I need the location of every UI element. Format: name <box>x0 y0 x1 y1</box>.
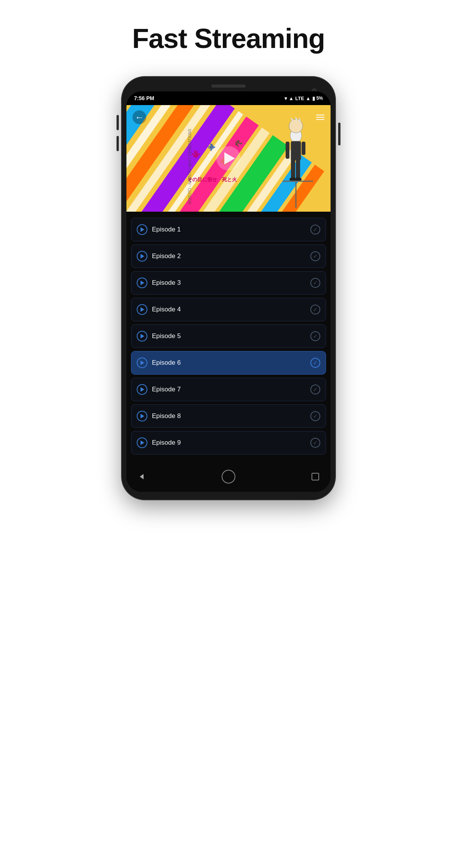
status-bar: 7:56 PM ▾ ▲ LTE ▲ ▮ 5% <box>126 91 331 105</box>
status-time: 7:56 PM <box>134 95 154 101</box>
episode-check-3: ✓ <box>310 278 320 288</box>
episode-label-5: Episode 5 <box>152 332 181 340</box>
episode-item-9[interactable]: Episode 9 ✓ <box>131 431 326 455</box>
episode-check-8: ✓ <box>310 411 320 421</box>
navigation-bar <box>126 464 331 492</box>
episode-item-1[interactable]: Episode 1 ✓ <box>131 218 326 241</box>
back-button[interactable]: ← <box>133 110 146 124</box>
episode-item-3[interactable]: Episode 3 ✓ <box>131 271 326 295</box>
recents-icon <box>312 473 319 480</box>
back-nav-button[interactable] <box>134 469 149 484</box>
video-controls-top: ← <box>126 105 331 129</box>
episode-play-triangle-3 <box>141 281 144 285</box>
episode-list: Episode 1 ✓ Episode 2 ✓ Episode 3 ✓ <box>126 212 331 464</box>
svg-rect-24 <box>296 158 300 179</box>
volume-down-button <box>117 136 119 151</box>
svg-rect-22 <box>291 141 301 160</box>
episode-left-4: Episode 4 <box>137 304 181 315</box>
back-icon: ← <box>135 112 144 123</box>
episode-check-5: ✓ <box>310 331 320 341</box>
episode-play-icon-7 <box>137 384 147 395</box>
episode-play-triangle-1 <box>141 227 144 232</box>
phone-mockup: 7:56 PM ▾ ▲ LTE ▲ ▮ 5% <box>122 77 335 499</box>
episode-left-8: Episode 8 <box>137 411 181 421</box>
episode-label-7: Episode 7 <box>152 386 181 393</box>
episode-play-triangle-8 <box>141 414 144 418</box>
battery-percent: 5% <box>316 96 323 101</box>
episode-play-icon-1 <box>137 224 147 235</box>
svg-rect-23 <box>291 158 295 179</box>
battery-icon: ▮ <box>312 96 315 101</box>
svg-rect-26 <box>302 142 305 155</box>
episode-play-triangle-6 <box>141 361 144 365</box>
episode-label-2: Episode 2 <box>152 252 181 260</box>
episode-left-5: Episode 5 <box>137 331 181 341</box>
episode-left-3: Episode 3 <box>137 278 181 288</box>
episode-left-1: Episode 1 <box>137 224 181 235</box>
play-button[interactable] <box>216 146 241 171</box>
menu-line-2 <box>316 117 324 118</box>
play-icon <box>224 152 235 164</box>
episode-label-4: Episode 4 <box>152 306 181 313</box>
menu-line-1 <box>316 115 324 115</box>
episode-check-4: ✓ <box>310 305 320 314</box>
page-title: Fast Streaming <box>132 23 325 54</box>
episode-item-4[interactable]: Episode 4 ✓ <box>131 298 326 321</box>
phone-speaker <box>211 85 246 88</box>
status-icons: ▾ ▲ LTE ▲ ▮ 5% <box>284 96 323 101</box>
episode-play-icon-2 <box>137 251 147 262</box>
phone-notch <box>126 85 331 89</box>
data-icon: LTE <box>295 96 304 101</box>
svg-rect-25 <box>286 142 289 159</box>
episode-play-icon-6 <box>137 357 147 368</box>
episode-play-triangle-7 <box>141 387 144 392</box>
episode-check-6: ✓ <box>310 358 320 368</box>
episode-play-triangle-9 <box>141 440 144 445</box>
episode-left-6: Episode 6 <box>137 357 181 368</box>
episode-check-2: ✓ <box>310 251 320 261</box>
phone-screen: 7:56 PM ▾ ▲ LTE ▲ ▮ 5% <box>126 91 331 492</box>
episode-item-6[interactable]: Episode 6 ✓ <box>131 351 326 375</box>
episode-play-icon-8 <box>137 411 147 421</box>
signal-down-icon: ▾ <box>284 96 287 101</box>
episode-label-9: Episode 9 <box>152 439 181 447</box>
episode-play-triangle-2 <box>141 254 144 258</box>
svg-text:その目に宿せ　死と火: その目に宿せ 死と火 <box>187 177 237 182</box>
home-nav-button[interactable] <box>221 469 236 484</box>
phone-frame: 7:56 PM ▾ ▲ LTE ▲ ▮ 5% <box>122 77 335 499</box>
episode-label-8: Episode 8 <box>152 412 181 420</box>
menu-line-3 <box>316 119 324 120</box>
volume-up-button <box>117 115 119 130</box>
episode-check-7: ✓ <box>310 385 320 394</box>
episode-play-icon-9 <box>137 437 147 448</box>
menu-button[interactable] <box>316 115 324 120</box>
episode-left-2: Episode 2 <box>137 251 181 262</box>
episode-play-icon-4 <box>137 304 147 315</box>
episode-left-9: Episode 9 <box>137 437 181 448</box>
episode-label-3: Episode 3 <box>152 279 181 287</box>
episode-left-7: Episode 7 <box>137 384 181 395</box>
episode-label-1: Episode 1 <box>152 226 181 233</box>
video-player[interactable]: その目に宿せ 死と火 破 滅 世 代 BORUTO - NARUTO NEXT … <box>126 105 331 212</box>
svg-marker-37 <box>140 474 144 479</box>
episode-play-icon-5 <box>137 331 147 341</box>
episode-check-1: ✓ <box>310 225 320 235</box>
episode-play-triangle-4 <box>141 307 144 312</box>
episode-check-9: ✓ <box>310 438 320 448</box>
svg-text:BORUTO - NARUTO NEXT GENERATIO: BORUTO - NARUTO NEXT GENERATIONS <box>188 129 192 204</box>
episode-item-5[interactable]: Episode 5 ✓ <box>131 324 326 348</box>
wifi-icon: ▲ <box>289 96 294 101</box>
signal-up-icon: ▲ <box>306 96 311 101</box>
episode-item-7[interactable]: Episode 7 ✓ <box>131 378 326 401</box>
home-icon <box>222 470 235 483</box>
episode-play-triangle-5 <box>141 334 144 338</box>
episode-item-2[interactable]: Episode 2 ✓ <box>131 244 326 268</box>
episode-label-6: Episode 6 <box>152 359 181 367</box>
episode-item-8[interactable]: Episode 8 ✓ <box>131 404 326 428</box>
power-button <box>338 123 340 145</box>
play-button-circle <box>216 146 241 171</box>
recents-nav-button[interactable] <box>308 469 323 484</box>
episode-play-icon-3 <box>137 278 147 288</box>
